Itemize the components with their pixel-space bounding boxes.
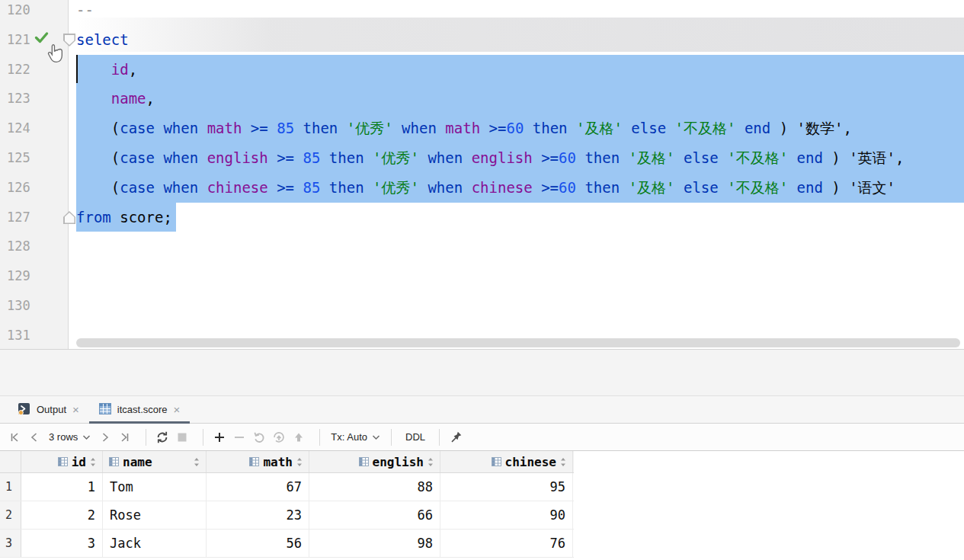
column-grid-icon [58,457,68,466]
console-icon [18,402,30,418]
cell-english[interactable]: 66 [309,501,440,529]
column-header-chinese[interactable]: chinese [440,451,573,472]
transaction-mode-dropdown[interactable]: Tx: Auto [326,431,385,443]
row-number-header [0,451,21,472]
previous-page-button[interactable] [24,427,44,447]
column-label: id [72,455,86,469]
page-size-dropdown[interactable]: 3 rows [44,431,95,443]
column-header-english[interactable]: english [309,451,440,472]
sort-icon[interactable] [194,457,200,467]
first-page-button[interactable] [5,427,24,447]
column-header-math[interactable]: math [207,451,309,472]
code-line-125[interactable]: 125 (case when english >= 85 then '优秀' w… [0,143,964,173]
ddl-button[interactable]: DDL [398,431,433,443]
tab-itcast-score[interactable]: itcast.score × [89,396,191,423]
tab-label: itcast.score [117,404,168,415]
line-number: 125 [0,143,69,173]
row-number[interactable]: 2 [0,501,21,529]
code-text: id, [76,55,964,85]
code-text: (case when english >= 85 then '优秀' when … [76,143,964,173]
tab-label: Output [37,404,66,415]
column-label: english [373,455,424,469]
hand-cursor-icon [46,43,64,67]
close-icon[interactable]: × [174,404,181,415]
cell-name[interactable]: Jack [103,530,207,557]
column-grid-icon [359,457,369,466]
fold-expand-icon[interactable] [63,211,75,224]
code-line-120[interactable]: 120-- [0,0,964,25]
revert-changes-icon [249,427,269,447]
toolbar-separator [391,429,392,446]
result-toolbar: 3 rows [0,424,964,451]
table-row: 11Tom678895 [0,473,574,501]
cell-chinese[interactable]: 95 [440,473,573,501]
add-row-button[interactable] [210,427,229,447]
code-text: from score; [76,203,964,232]
column-label: math [263,455,293,469]
line-number: 127 [0,203,69,232]
row-number[interactable]: 1 [0,473,21,501]
toolbar-separator [203,429,203,446]
line-number: 123 [0,84,69,114]
line-number: 124 [0,114,69,143]
table-row: 22Rose236690 [0,501,574,530]
next-page-button[interactable] [95,427,115,447]
tab-output[interactable]: Output × [8,396,89,423]
cell-id[interactable]: 3 [21,530,103,557]
line-number: 126 [0,173,69,203]
cell-chinese[interactable]: 90 [440,501,573,529]
sort-icon[interactable] [90,457,96,467]
line-number: 120 [0,0,69,25]
toolbar-separator [319,429,320,446]
chevron-down-icon [82,434,91,440]
horizontal-scrollbar[interactable] [76,338,960,347]
row-number[interactable]: 3 [0,530,21,557]
code-line-126[interactable]: 126 (case when chinese >= 85 then '优秀' w… [0,173,964,203]
code-line-121[interactable]: 121select [0,25,964,55]
delete-row-button [229,427,249,447]
cell-english[interactable]: 98 [309,530,440,557]
column-header-name[interactable]: name [103,451,207,472]
pin-tab-icon[interactable] [446,427,466,447]
code-line-129[interactable]: 129 [0,261,964,291]
code-text [76,232,964,261]
code-line-128[interactable]: 128 [0,232,964,261]
submit-changes-icon [269,427,289,447]
sql-editor[interactable]: 120--121select122 id,123 name,124 (case … [0,0,964,350]
code-line-122[interactable]: 122 id, [0,55,964,85]
code-line-127[interactable]: 127from score; [0,203,964,232]
code-text: (case when chinese >= 85 then '优秀' when … [76,173,964,203]
code-text: -- [76,0,964,25]
last-page-button[interactable] [115,427,135,447]
sort-icon[interactable] [296,457,303,467]
sort-icon[interactable] [560,457,566,467]
fold-collapse-icon[interactable] [63,34,75,46]
column-grid-icon [109,457,119,466]
toolbar-separator [146,429,146,446]
panel-divider-strip [0,350,964,396]
code-line-130[interactable]: 130 [0,291,964,321]
line-number: 129 [0,261,69,291]
column-header-id[interactable]: id [21,451,103,472]
cell-english[interactable]: 88 [309,473,440,501]
cell-name[interactable]: Rose [103,501,207,529]
sort-icon[interactable] [428,457,434,467]
code-line-123[interactable]: 123 name, [0,84,964,114]
cell-math[interactable]: 56 [207,530,309,557]
code-line-124[interactable]: 124 (case when math >= 85 then '优秀' when… [0,114,964,143]
code-text: (case when math >= 85 then '优秀' when mat… [76,114,964,143]
column-grid-icon [492,457,501,466]
cell-chinese[interactable]: 76 [440,530,573,557]
chevron-down-icon [372,434,380,440]
cell-math[interactable]: 67 [207,473,309,501]
cell-id[interactable]: 1 [21,473,103,501]
code-text: select [76,25,964,55]
cell-name[interactable]: Tom [103,473,207,501]
close-icon[interactable]: × [72,404,79,415]
line-number: 128 [0,232,69,261]
reload-data-button[interactable] [152,427,172,447]
cell-math[interactable]: 23 [207,501,309,529]
upload-icon [289,427,309,447]
ide-window: 120--121select122 id,123 name,124 (case … [0,0,964,560]
cell-id[interactable]: 2 [21,501,103,529]
